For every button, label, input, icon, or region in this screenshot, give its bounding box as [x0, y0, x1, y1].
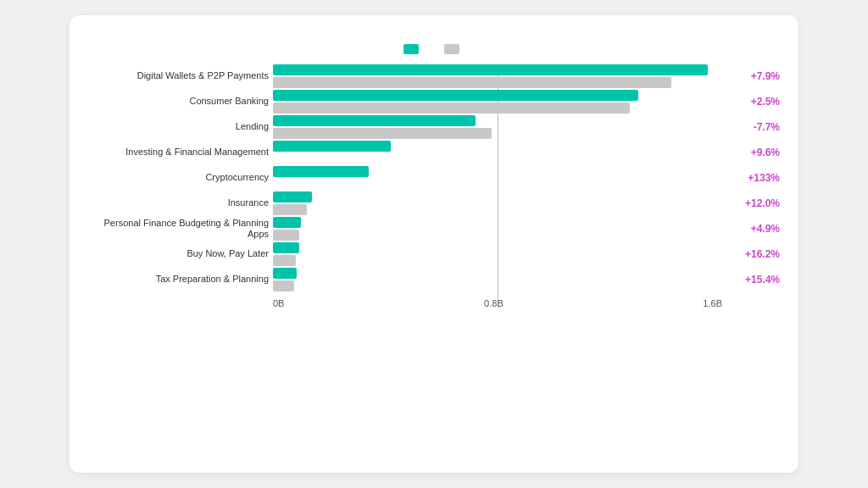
bar-2024 [273, 166, 369, 177]
row-label: Lending [86, 121, 269, 132]
row-label: Digital Wallets & P2P Payments [86, 70, 269, 81]
change-label: +15.4% [745, 274, 780, 286]
bars-group [273, 268, 722, 291]
legend-2023 [444, 44, 465, 54]
change-label: +16.2% [745, 248, 780, 260]
bars-group [273, 217, 722, 241]
x-axis-label: 0B [273, 298, 284, 308]
chart-area: Digital Wallets & P2P Payments+7.9%Consu… [86, 64, 782, 293]
chart-row: Cryptocurrency+133% [273, 166, 722, 190]
row-label: Cryptocurrency [86, 172, 269, 183]
change-label: +12.0% [745, 197, 780, 209]
bars-group [273, 115, 722, 139]
x-axis: 0B0.8B1.6B [86, 298, 782, 308]
row-label: Consumer Banking [86, 96, 269, 107]
bar-2024 [273, 268, 297, 279]
chart-body: Digital Wallets & P2P Payments+7.9%Consu… [86, 64, 782, 308]
bars-group [273, 191, 722, 215]
legend [86, 44, 782, 54]
change-label: +2.5% [751, 96, 780, 108]
chart-row: Digital Wallets & P2P Payments+7.9% [273, 64, 722, 88]
x-axis-label: 0.8B [484, 298, 504, 308]
change-label: +7.9% [751, 70, 780, 82]
bar-2023 [273, 255, 296, 266]
legend-2024 [403, 44, 424, 54]
change-label: +4.9% [751, 223, 780, 235]
bars-group [273, 242, 722, 266]
bar-2024 [273, 115, 476, 126]
bar-2023 [273, 77, 671, 88]
row-label: Personal Finance Budgeting & Planning Ap… [86, 218, 269, 240]
bars-group [273, 64, 722, 88]
row-label: Investing & Financial Management [86, 147, 269, 158]
bar-2023 [273, 103, 630, 114]
row-label: Insurance [86, 197, 269, 208]
change-label: +133% [748, 172, 780, 184]
chart-container: Digital Wallets & P2P Payments+7.9%Consu… [70, 15, 798, 473]
chart-row: Lending-7.7% [273, 115, 722, 139]
legend-color-2023 [444, 44, 459, 54]
change-label: -7.7% [754, 121, 780, 133]
bar-2023 [273, 230, 299, 241]
bar-2024 [273, 64, 708, 75]
change-label: +9.6% [751, 147, 780, 158]
bar-2023 [273, 280, 294, 291]
bars-group [273, 166, 722, 190]
bar-2024 [273, 90, 638, 101]
bar-2023 [273, 204, 307, 215]
chart-row: Tax Preparation & Planning+15.4% [273, 268, 722, 291]
chart-row: Buy Now, Pay Later+16.2% [273, 242, 722, 266]
bars-group [273, 90, 722, 114]
bar-2024 [273, 141, 391, 152]
bar-2023 [273, 128, 492, 139]
row-label: Buy Now, Pay Later [86, 248, 269, 259]
chart-row: Investing & Financial Management+9.6% [273, 141, 722, 164]
legend-color-2024 [403, 44, 419, 54]
row-label: Tax Preparation & Planning [86, 274, 269, 285]
chart-row: Insurance+12.0% [273, 191, 722, 215]
bar-2024 [273, 217, 301, 228]
bar-2024 [273, 191, 312, 202]
bar-2024 [273, 242, 299, 253]
chart-row: Personal Finance Budgeting & Planning Ap… [273, 217, 722, 241]
chart-row: Consumer Banking+2.5% [273, 90, 722, 114]
x-axis-label: 1.6B [703, 298, 722, 308]
bars-group [273, 141, 722, 164]
